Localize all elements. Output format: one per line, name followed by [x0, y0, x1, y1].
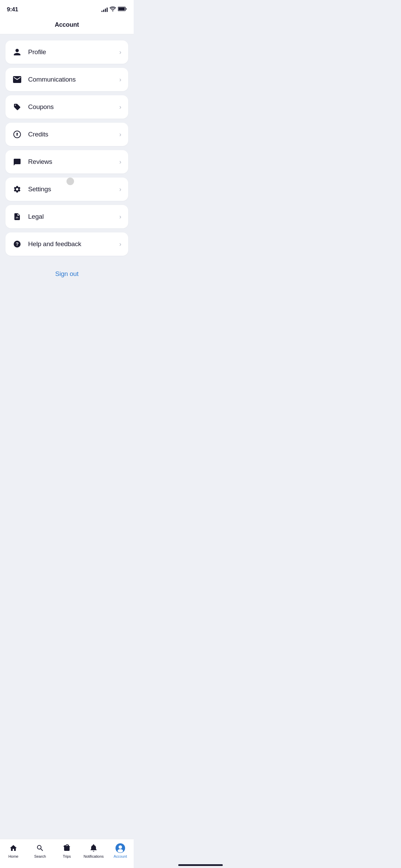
signal-icon [101, 7, 108, 12]
menu-item-communications[interactable]: Communications › [5, 68, 128, 91]
coupons-label: Coupons [28, 103, 54, 111]
battery-icon [118, 7, 127, 13]
menu-item-help[interactable]: ? Help and feedback › [5, 232, 128, 256]
settings-label: Settings [28, 185, 51, 193]
svg-text:?: ? [16, 241, 19, 247]
credits-chevron: › [119, 131, 121, 138]
page-header: Account [0, 17, 134, 34]
legal-icon [12, 212, 22, 221]
menu-item-reviews[interactable]: Reviews › [5, 150, 128, 173]
wifi-icon [110, 7, 116, 13]
settings-chevron: › [119, 186, 121, 193]
sign-out-container: Sign out [0, 262, 134, 289]
sign-out-button[interactable]: Sign out [55, 270, 78, 278]
chat-icon [12, 157, 22, 167]
communications-label: Communications [28, 76, 76, 83]
reviews-chevron: › [119, 158, 121, 166]
tag-icon [12, 102, 22, 112]
svg-rect-2 [126, 8, 126, 10]
dollar-icon [12, 130, 22, 139]
credits-label: Credits [28, 131, 48, 138]
reviews-label: Reviews [28, 158, 52, 166]
profile-chevron: › [119, 49, 121, 56]
menu-item-settings[interactable]: Settings › [5, 178, 128, 201]
profile-label: Profile [28, 48, 46, 56]
status-time: 9:41 [7, 6, 18, 13]
status-icons [101, 7, 127, 13]
content-area: Profile › Communications › Coupons › Cre… [0, 34, 134, 262]
coupons-chevron: › [119, 104, 121, 111]
mail-icon [12, 75, 22, 84]
menu-item-profile[interactable]: Profile › [5, 40, 128, 64]
communications-chevron: › [119, 76, 121, 83]
menu-item-credits[interactable]: Credits › [5, 123, 128, 146]
legal-chevron: › [119, 213, 121, 220]
menu-item-coupons[interactable]: Coupons › [5, 95, 128, 119]
touch-indicator [66, 178, 74, 185]
help-icon: ? [12, 239, 22, 249]
legal-label: Legal [28, 213, 44, 220]
page-title: Account [7, 21, 127, 28]
svg-rect-1 [118, 8, 125, 10]
help-chevron: › [119, 241, 121, 248]
person-icon [12, 47, 22, 57]
gear-icon [12, 184, 22, 194]
status-bar: 9:41 [0, 0, 134, 17]
menu-item-legal[interactable]: Legal › [5, 205, 128, 228]
help-label: Help and feedback [28, 240, 81, 248]
